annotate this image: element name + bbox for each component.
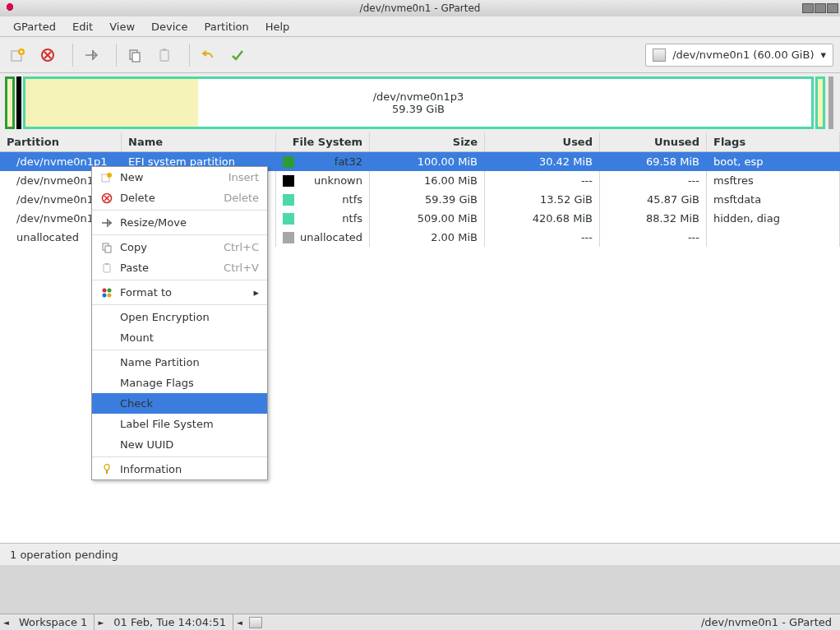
svg-point-20 [104,464,109,470]
ctx-manage-flags[interactable]: Manage Flags [92,373,267,393]
menu-device[interactable]: Device [143,18,196,35]
cell-flags [707,228,840,247]
menu-view[interactable]: View [101,18,143,35]
format-icon [100,286,113,299]
window-titlebar: /dev/nvme0n1 - GParted [0,0,840,16]
col-flags[interactable]: Flags [707,132,840,151]
taskbar-nav-left[interactable]: ◄ [233,618,246,627]
graph-seg-p1[interactable] [5,76,15,129]
cell-unused: 88.32 MiB [600,209,707,228]
resize-move-button[interactable] [80,44,103,67]
ctx-copy[interactable]: Copy Ctrl+C [92,237,267,257]
taskbar-app-icon[interactable] [249,617,262,628]
taskbar-app-title[interactable]: /dev/nvme0n1 - GParted [693,616,840,628]
new-partition-button[interactable] [7,44,30,67]
resize-icon [100,216,113,229]
svg-rect-5 [132,53,140,62]
apply-button[interactable] [226,44,249,67]
toolbar-separator [116,44,117,67]
paste-button[interactable] [153,44,176,67]
cell-used: --- [485,171,600,190]
menu-gparted[interactable]: GParted [5,18,64,35]
svg-point-17 [108,288,112,292]
close-button[interactable] [827,3,838,13]
new-icon [100,171,113,184]
graph-seg-p3[interactable]: /dev/nvme0n1p3 59.39 GiB [23,76,814,129]
cell-used: 420.68 MiB [485,209,600,228]
context-menu: New Insert Delete Delete Resize/Move Cop… [91,166,268,480]
svg-rect-7 [163,49,166,51]
ctx-information[interactable]: Information [92,459,267,479]
cell-unused: --- [600,171,707,190]
debian-logo-icon [3,2,16,15]
col-name[interactable]: Name [122,132,276,151]
col-filesystem[interactable]: File System [276,132,370,151]
ctx-format-to[interactable]: Format to ▸ [92,282,267,303]
graph-seg-unalloc[interactable] [828,76,833,129]
cell-fs: ntfs [276,190,370,209]
svg-rect-13 [105,246,111,252]
toolbar-separator [72,44,73,67]
undo-button[interactable] [196,44,219,67]
fs-color-swatch [283,175,294,187]
ctx-name-partition[interactable]: Name Partition [92,352,267,373]
graph-used-region [25,79,198,127]
cell-flags: msftdata [707,190,840,209]
col-partition[interactable]: Partition [0,132,122,151]
ctx-delete[interactable]: Delete Delete [92,188,267,208]
menu-help[interactable]: Help [257,18,298,35]
cell-flags: msftres [707,171,840,190]
ctx-paste: Paste Ctrl+V [92,257,267,278]
cell-used: 13.52 GiB [485,190,600,209]
taskbar-left-arrow[interactable]: ◄ [0,618,12,627]
chevron-down-icon: ▾ [820,49,826,61]
copy-icon [100,241,113,254]
cell-size: 2.00 MiB [370,228,485,247]
graph-seg-p2[interactable] [16,76,21,129]
maximize-button[interactable] [815,3,826,13]
graph-main-label2: 59.39 GiB [373,103,464,115]
cell-fs: ntfs [276,209,370,228]
minimize-button[interactable] [802,3,814,13]
svg-rect-11 [107,219,108,227]
graph-seg-p4[interactable] [815,76,825,129]
taskbar-right-arrow[interactable]: ► [95,618,107,627]
col-size[interactable]: Size [370,132,485,151]
svg-rect-6 [160,50,168,61]
col-unused[interactable]: Unused [600,132,707,151]
cell-unused: --- [600,228,707,247]
ctx-resize[interactable]: Resize/Move [92,212,267,233]
ctx-new: New Insert [92,167,267,188]
cell-size: 100.00 MiB [370,152,485,171]
ctx-new-uuid[interactable]: New UUID [92,434,267,455]
fs-color-swatch [283,232,294,243]
window-controls [801,3,838,13]
window-title: /dev/nvme0n1 - GParted [360,2,481,14]
ctx-mount: Mount [92,327,267,348]
svg-point-9 [107,173,112,178]
fs-color-swatch [283,194,294,206]
svg-point-18 [103,293,107,297]
svg-point-16 [103,288,107,292]
col-used[interactable]: Used [485,132,600,151]
cell-size: 59.39 GiB [370,190,485,209]
cell-fs: fat32 [276,152,370,171]
copy-button[interactable] [123,44,146,67]
table-header: Partition Name File System Size Used Unu… [0,132,840,152]
taskbar-clock[interactable]: 01 Feb, Tue 14:04:51 [107,614,233,630]
cell-size: 509.00 MiB [370,209,485,228]
workspace-switcher[interactable]: Workspace 1 [12,614,95,630]
ctx-label-fs[interactable]: Label File System [92,414,267,434]
device-selector-label: /dev/nvme0n1 (60.00 GiB) [672,49,814,61]
delete-icon [100,192,113,205]
info-icon [100,463,113,476]
ctx-check[interactable]: Check [92,393,267,414]
menu-edit[interactable]: Edit [64,18,101,35]
fs-color-swatch [283,156,294,168]
svg-rect-15 [105,263,108,265]
menu-partition[interactable]: Partition [196,18,257,35]
delete-partition-button[interactable] [36,44,59,67]
device-selector[interactable]: /dev/nvme0n1 (60.00 GiB) ▾ [645,44,833,67]
disk-icon [653,49,666,62]
svg-rect-3 [92,50,94,60]
